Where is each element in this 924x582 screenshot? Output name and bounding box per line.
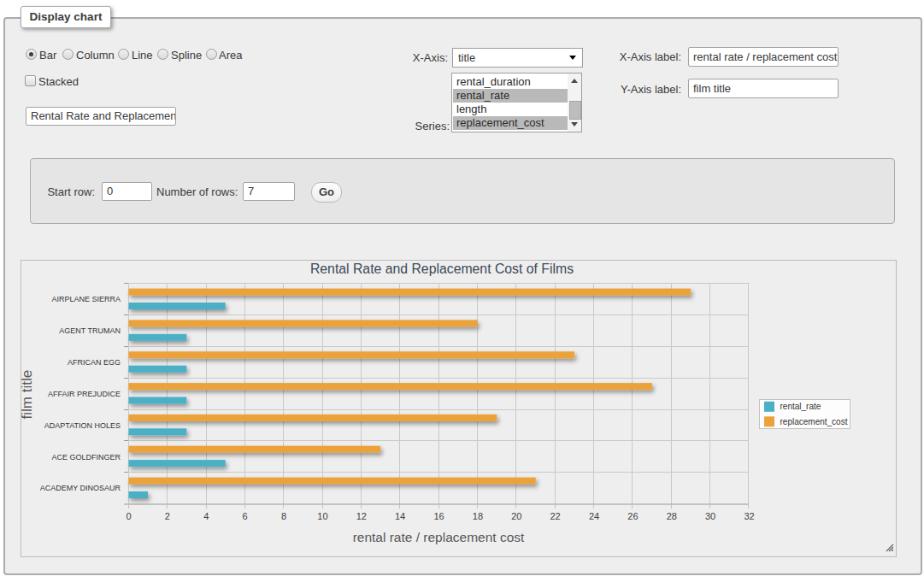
svg-text:28: 28: [667, 511, 677, 521]
svg-text:16: 16: [433, 511, 444, 521]
svg-text:film title: film title: [21, 370, 35, 420]
svg-text:2: 2: [165, 511, 170, 521]
svg-text:24: 24: [589, 511, 599, 521]
svg-text:30: 30: [705, 511, 715, 521]
svg-text:14: 14: [395, 511, 405, 521]
svg-text:AFRICAN EGG: AFRICAN EGG: [68, 358, 121, 367]
svg-text:20: 20: [511, 511, 521, 521]
svg-text:ACE GOLDFINGER: ACE GOLDFINGER: [51, 453, 121, 461]
svg-text:replacement_cost: replacement_cost: [780, 417, 848, 426]
svg-text:ACADEMY DINOSAUR: ACADEMY DINOSAUR: [40, 484, 121, 492]
svg-text:32: 32: [744, 511, 754, 521]
svg-text:AGENT TRUMAN: AGENT TRUMAN: [59, 326, 121, 335]
svg-text:rental_rate: rental_rate: [780, 402, 821, 411]
svg-text:AFFAIR PREJUDICE: AFFAIR PREJUDICE: [48, 390, 121, 398]
svg-text:22: 22: [550, 511, 560, 521]
svg-text:ADAPTATION HOLES: ADAPTATION HOLES: [44, 421, 121, 430]
svg-text:26: 26: [627, 511, 638, 521]
svg-text:AIRPLANE SIERRA: AIRPLANE SIERRA: [51, 295, 121, 303]
svg-text:8: 8: [281, 511, 286, 521]
svg-text:4: 4: [203, 511, 209, 521]
svg-text:rental rate / replacement cost: rental rate / replacement cost: [353, 530, 525, 544]
svg-text:18: 18: [473, 511, 483, 521]
svg-text:0: 0: [126, 511, 131, 521]
svg-text:6: 6: [243, 511, 248, 521]
svg-text:Rental Rate and Replacement Co: Rental Rate and Replacement Cost of Film…: [310, 262, 574, 276]
svg-text:10: 10: [317, 511, 327, 521]
svg-text:12: 12: [356, 511, 367, 521]
